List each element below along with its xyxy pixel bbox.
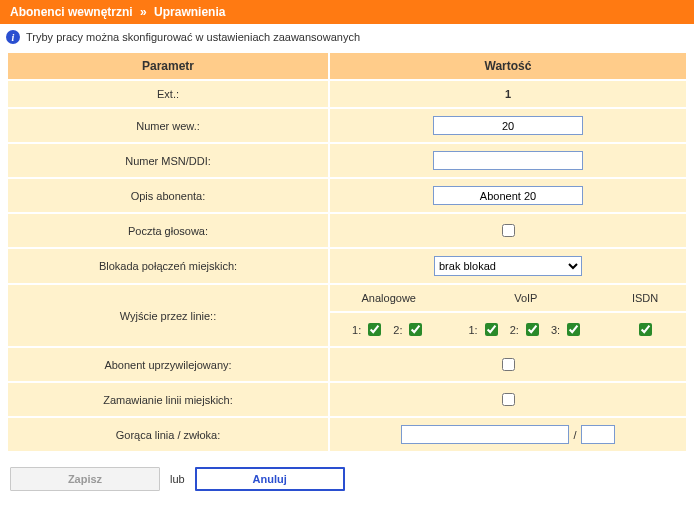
input-msn[interactable] [433,151,583,170]
info-text: Tryby pracy można skonfigurować w ustawi… [26,31,360,43]
voip-1: 1: [468,320,500,339]
analog-1: 1: [352,320,384,339]
checkbox-uprzy[interactable] [502,358,515,371]
label-goraca: Gorąca linia / zwłoka: [8,418,328,451]
save-button[interactable]: Zapisz [10,467,160,491]
voip-3: 3: [551,320,583,339]
hotline-sep: / [573,429,576,441]
cancel-button[interactable]: Anuluj [195,467,345,491]
label-msn: Numer MSN/DDI: [8,144,328,177]
permissions-table: Parametr Wartość Ext.: 1 Numer wew.: Num… [6,51,688,453]
th-value: Wartość [330,53,686,79]
button-row: Zapisz lub Anuluj [0,461,694,501]
info-icon: i [6,30,20,44]
info-bar: i Tryby pracy można skonfigurować w usta… [0,24,694,51]
hotline-group: / [401,425,614,444]
crumb-current: Uprawnienia [154,5,225,19]
crumb-sep: » [140,5,147,19]
label-blokada: Blokada połączeń miejskich: [8,249,328,283]
checkbox-voip-1[interactable] [485,323,498,336]
th-param: Parametr [8,53,328,79]
col-voip: VoIP [447,285,604,313]
checkbox-analog-2[interactable] [409,323,422,336]
value-ext: 1 [330,81,686,107]
checkbox-isdn[interactable] [639,323,652,336]
label-opis: Opis abonenta: [8,179,328,212]
label-zamaw: Zamawianie linii miejskich: [8,383,328,416]
checkbox-voip-3[interactable] [567,323,580,336]
checkbox-analog-1[interactable] [368,323,381,336]
col-isdn: ISDN [604,285,686,313]
checkbox-voip-2[interactable] [526,323,539,336]
input-opis[interactable] [433,186,583,205]
label-wyjscie: Wyjście przez linie:: [8,285,328,346]
breadcrumb: Abonenci wewnętrzni » Uprawnienia [0,0,694,24]
voip-2: 2: [510,320,542,339]
select-blokada[interactable]: brak blokad [434,256,582,276]
label-ext: Ext.: [8,81,328,107]
checkbox-zamaw[interactable] [502,393,515,406]
label-numwew: Numer wew.: [8,109,328,142]
label-poczta: Poczta głosowa: [8,214,328,247]
lines-subtable: Analogowe VoIP ISDN 1: 2: [330,285,686,346]
label-uprzy: Abonent uprzywilejowany: [8,348,328,381]
input-hotline-num[interactable] [401,425,569,444]
input-numwew[interactable] [433,116,583,135]
analog-2: 2: [393,320,425,339]
or-text: lub [170,473,185,485]
crumb-root: Abonenci wewnętrzni [10,5,133,19]
checkbox-poczta[interactable] [502,224,515,237]
input-hotline-delay[interactable] [581,425,615,444]
col-analog: Analogowe [330,285,447,313]
